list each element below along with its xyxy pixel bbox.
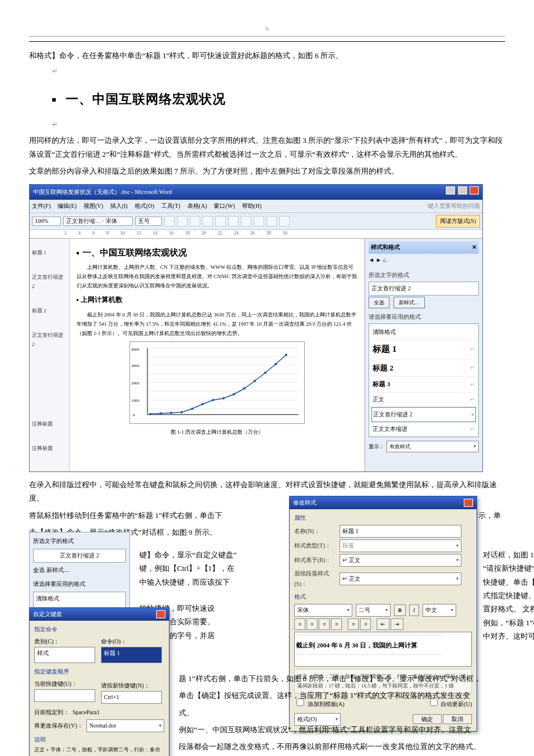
- indent-icon[interactable]: [266, 216, 277, 226]
- return-symbol: ↵: [52, 66, 505, 77]
- style-item-clear[interactable]: 清除格式: [371, 325, 476, 340]
- svg-point-19: [191, 408, 193, 410]
- toolbar-1[interactable]: 100% 正文首行缩… · 宋体 五号 阅读方版式(S): [30, 213, 482, 230]
- menu-format[interactable]: 格式(O): [135, 201, 154, 211]
- doc-heading-2: 上网计算机数: [77, 294, 358, 307]
- italic-icon[interactable]: [177, 216, 187, 226]
- close-icon[interactable]: [464, 499, 473, 507]
- savein-select[interactable]: Normal.dot▾: [86, 719, 164, 732]
- figure-7-word-window: 中国互联网络发展状况（无格式）.doc - Microsoft Word 文件(…: [29, 184, 483, 473]
- new-style-button[interactable]: 新样式…: [46, 567, 70, 573]
- command-list[interactable]: 标题 1: [101, 647, 162, 663]
- italic-icon[interactable]: I: [409, 604, 419, 616]
- svg-point-23: [233, 393, 235, 395]
- ruler-tick: 14: [153, 229, 157, 237]
- style-list[interactable]: 清除格式 标题 1↵ 标题 2↵ 标题 3↵ 正文↵ 正文首行缩进 2▾ 正文文…: [369, 323, 479, 437]
- new-style-button[interactable]: 新样式…: [394, 297, 425, 308]
- menu-help[interactable]: 帮助(H): [242, 201, 262, 211]
- select-all-button[interactable]: 全选: [369, 297, 389, 308]
- line-spacing-icon[interactable]: ≡: [360, 618, 371, 630]
- maximize-icon[interactable]: [458, 186, 467, 195]
- align-left-icon[interactable]: [203, 216, 213, 226]
- font-select[interactable]: 宋体▾: [294, 604, 352, 617]
- label-apply-format: 请选择要应用的格式: [369, 312, 479, 322]
- dialog-title: 自定义键盘: [33, 609, 62, 620]
- chart-box: 0 1000 2000 3000 4000: [129, 341, 305, 424]
- label-selected-format: 所选文字的格式: [369, 270, 479, 280]
- select-all-button[interactable]: 全选: [33, 567, 45, 573]
- name-field[interactable]: 标题 1: [340, 525, 461, 538]
- style-selector[interactable]: 正文首行缩… · 宋体: [63, 217, 133, 226]
- label-command: 命令(O)：: [101, 636, 164, 647]
- style-item[interactable]: 标题 2↵: [371, 359, 476, 377]
- show-select[interactable]: 有效样式▾: [387, 441, 479, 452]
- menu-window[interactable]: 窗口(W): [214, 201, 234, 211]
- style-item-selected[interactable]: 正文首行缩进 2▾: [371, 407, 476, 422]
- help-hint[interactable]: 键入需要帮助的问题: [428, 201, 480, 211]
- style-item[interactable]: 标题 3↵: [371, 377, 476, 393]
- minimize-icon[interactable]: [446, 186, 455, 195]
- window-titlebar[interactable]: 中国互联网络发展状况（无格式）.doc - Microsoft Word: [30, 185, 482, 200]
- new-key-field[interactable]: Ctrl+1: [101, 691, 162, 704]
- document-area[interactable]: 一、中国互联网络宏观状况 上网计算机数、上网用户人数、CN 下注册的域名数、WW…: [70, 239, 365, 472]
- next-select[interactable]: ↵ 正文▾: [340, 573, 461, 585]
- menu-tools[interactable]: 工具(T): [161, 201, 181, 211]
- menu-edit[interactable]: 编辑(E): [57, 201, 77, 211]
- menu-file[interactable]: 文件(F): [32, 201, 50, 211]
- indent-inc-icon[interactable]: ⇥: [391, 618, 403, 630]
- line-spacing-icon[interactable]: ≡: [348, 618, 359, 630]
- style-label: 标题 2: [32, 306, 67, 315]
- close-icon[interactable]: [470, 186, 479, 195]
- bold-icon[interactable]: B: [394, 604, 406, 616]
- style-item[interactable]: 正文文本缩进↵: [371, 422, 476, 437]
- style-item[interactable]: 标题 1↵: [371, 340, 476, 359]
- close-icon[interactable]: [156, 610, 165, 618]
- svg-text:1000: 1000: [131, 398, 140, 403]
- selected-style-box[interactable]: 正文首行缩进 2: [369, 282, 479, 296]
- underline-icon[interactable]: [190, 216, 200, 226]
- current-keys-box[interactable]: [34, 689, 95, 702]
- align-right-icon[interactable]: ≡: [319, 618, 330, 630]
- figure-8-styles-float: 所选文字的格式 正文首行缩进 2 全选 新样式… 请选择要应用的格式 清除格式: [29, 532, 130, 612]
- align-center-icon[interactable]: [215, 216, 226, 226]
- style-item[interactable]: 正文↵: [371, 393, 476, 407]
- font-color-icon[interactable]: [279, 216, 290, 226]
- align-center-icon[interactable]: ≡: [306, 618, 317, 630]
- menu-bar[interactable]: 文件(F) 编辑(E) 视图(V) 插入(I) 格式(O) 工具(T) 表格(A…: [30, 200, 482, 213]
- bold-icon[interactable]: [164, 216, 175, 226]
- ruler[interactable]: 2 4 6 8 10 12 14 16 18 20 22 24 26 28 30: [30, 230, 482, 239]
- svg-text:0: 0: [133, 413, 135, 417]
- pane-title[interactable]: 样式和格式 ✕: [369, 241, 479, 254]
- lang-select[interactable]: 中文▾: [423, 604, 456, 617]
- pane-close-icon[interactable]: ✕: [472, 242, 477, 253]
- menu-insert[interactable]: 插入(I): [110, 201, 128, 211]
- zoom-input[interactable]: 100%: [32, 217, 61, 226]
- ruler-tick: 2: [64, 229, 67, 237]
- label-next: 后续段落样式(S)：: [294, 568, 336, 589]
- pane-title-text: 样式和格式: [371, 242, 400, 253]
- read-mode-button[interactable]: 阅读方版式(S): [436, 215, 480, 228]
- category-list[interactable]: 样式: [34, 647, 95, 663]
- align-left-icon[interactable]: ≡: [294, 618, 305, 630]
- size-select[interactable]: 二号▾: [356, 604, 391, 617]
- ruler-tick: 4: [78, 229, 81, 237]
- styles-task-pane[interactable]: 样式和格式 ✕ ◄ ► ⌂ 所选文字的格式 正文首行缩进 2 全选 新样式… 请…: [365, 239, 482, 472]
- menu-table[interactable]: 表格(A): [187, 201, 207, 211]
- selected-style[interactable]: 正文首行缩进 2: [33, 549, 126, 563]
- style-list-top[interactable]: 清除格式: [33, 592, 126, 608]
- section-cmd: 指定命令: [34, 624, 164, 635]
- align-right-icon[interactable]: [228, 216, 239, 226]
- style-item[interactable]: 注释标题↵: [371, 437, 476, 437]
- section-seq: 指定键盘顺序: [34, 667, 164, 677]
- nav-icons[interactable]: ◄ ► ⌂: [369, 254, 479, 267]
- label-apply: 请选择要应用的格式: [33, 579, 126, 589]
- list-icon[interactable]: [254, 216, 264, 226]
- font-size-selector[interactable]: 五号: [135, 217, 162, 226]
- baseon-select[interactable]: ↵ 正文▾: [340, 554, 461, 567]
- align-justify-icon[interactable]: ≡: [331, 618, 342, 630]
- figure-10-customize-keyboard-dialog[interactable]: 自定义键盘 指定命令 类别(C)： 样式 命令(O)： 标题 1 指定键盘顺序 …: [29, 607, 169, 756]
- indent-dec-icon[interactable]: ⇤: [377, 618, 389, 630]
- menu-view[interactable]: 视图(V): [84, 201, 103, 211]
- align-justify-icon[interactable]: [241, 216, 251, 226]
- dialog-title: 修改样式: [293, 498, 316, 508]
